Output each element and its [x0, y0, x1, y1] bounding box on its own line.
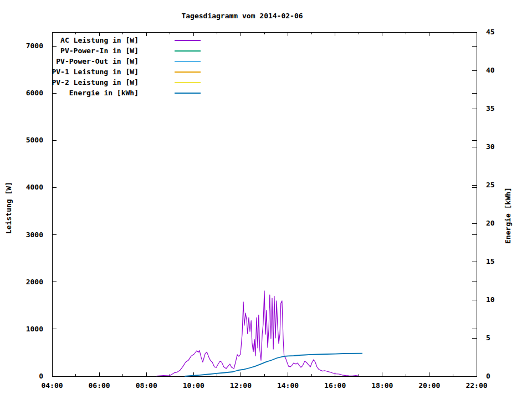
x-axis-tick-label: 22:00 — [459, 381, 494, 390]
right-axis-tick-label: 40 — [486, 66, 519, 74]
legend-label: PV-1 Leistung in [W] — [44, 68, 139, 76]
left-axis-tick-label: 3000 — [0, 231, 43, 239]
right-axis-tick-label: 35 — [486, 104, 519, 112]
legend-line-sample — [175, 50, 201, 52]
left-axis-tick-label: 7000 — [0, 42, 43, 50]
legend-line-sample — [175, 40, 201, 41]
legend-line-sample — [175, 61, 201, 62]
legend-label: PV-Power-In in [W] — [44, 47, 139, 55]
x-axis-tick-label: 14:00 — [270, 381, 306, 390]
x-axis-tick-label: 12:00 — [223, 381, 258, 390]
x-axis-tick-label: 04:00 — [34, 381, 70, 390]
left-axis-tick-label: 0 — [0, 372, 43, 380]
series-line-ac-leistung-in-w — [156, 291, 359, 376]
right-axis-tick-label: 25 — [486, 181, 519, 189]
legend-line-sample — [175, 93, 201, 94]
legend-line-sample — [175, 82, 201, 83]
left-axis-tick-label: 6000 — [0, 89, 43, 97]
legend-item-pv-1-leistung: PV-1 Leistung in [W] — [44, 66, 201, 77]
left-axis-tick-label: 5000 — [0, 136, 43, 144]
right-axis-tick-label: 5 — [486, 334, 519, 342]
series-line-energie-in-kwh — [185, 354, 362, 376]
left-axis-tick-label: 2000 — [0, 278, 43, 286]
legend-item-ac-leistung: AC Leistung in [W] — [44, 35, 201, 45]
left-axis-tick-label: 1000 — [0, 325, 43, 333]
legend-label: PV-Power-Out in [W] — [44, 57, 139, 65]
left-axis-tick-label: 4000 — [0, 183, 43, 191]
legend: AC Leistung in [W] PV-Power-In in [W] PV… — [44, 35, 201, 98]
legend-item-pv-power-out: PV-Power-Out in [W] — [44, 56, 201, 66]
legend-label: AC Leistung in [W] — [44, 36, 139, 44]
legend-line-sample — [175, 71, 201, 73]
legend-label: Energie in [kWh] — [44, 89, 139, 97]
right-axis-tick-label: 20 — [486, 219, 519, 227]
x-axis-tick-label: 18:00 — [365, 381, 400, 390]
x-axis-tick-label: 10:00 — [176, 381, 211, 390]
right-axis-tick-label: 15 — [486, 257, 519, 265]
x-axis-tick-label: 08:00 — [129, 381, 164, 390]
x-axis-tick-label: 20:00 — [412, 381, 447, 390]
legend-label: PV-2 Leistung in [W] — [44, 78, 139, 86]
right-axis-tick-label: 10 — [486, 295, 519, 304]
right-axis-tick-label: 45 — [486, 28, 519, 36]
x-axis-tick-label: 06:00 — [81, 381, 117, 390]
legend-item-pv-power-in: PV-Power-In in [W] — [44, 45, 201, 56]
right-axis-tick-label: 0 — [486, 372, 519, 380]
x-axis-tick-label: 16:00 — [318, 381, 353, 390]
right-axis-tick-label: 30 — [486, 142, 519, 151]
legend-item-energie: Energie in [kWh] — [44, 88, 201, 98]
chart-canvas: Tagesdiagramm vom 2014-02-06 Leistung [W… — [0, 0, 532, 399]
legend-item-pv-2-leistung: PV-2 Leistung in [W] — [44, 77, 201, 88]
